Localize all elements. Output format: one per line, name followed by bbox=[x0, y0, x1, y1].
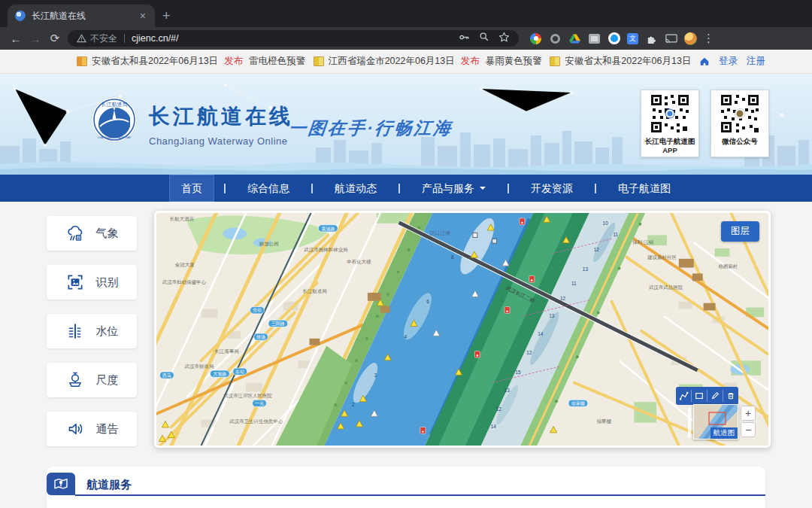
svg-text:徐家棚: 徐家棚 bbox=[597, 418, 611, 424]
ship-icon bbox=[65, 370, 85, 390]
map-layers-button[interactable]: 图层 bbox=[721, 221, 759, 242]
sidebar-item-recognition[interactable]: 识别 bbox=[47, 265, 137, 300]
colorwheel-extension-icon[interactable] bbox=[529, 32, 542, 45]
reload-button[interactable]: ⟳ bbox=[45, 32, 65, 45]
drive-extension-icon[interactable] bbox=[568, 32, 581, 45]
bottom-section: 航道服务 bbox=[0, 459, 812, 508]
nav-separator bbox=[398, 184, 400, 193]
alert-warning: 雷电橙色预警 bbox=[249, 55, 305, 68]
zoom-out-button[interactable]: − bbox=[741, 422, 756, 437]
translate-extension-icon[interactable]: 文 bbox=[627, 33, 638, 44]
sidebar-label: 通告 bbox=[96, 422, 119, 437]
close-tab-icon[interactable]: × bbox=[138, 10, 147, 22]
not-secure-icon bbox=[77, 34, 86, 43]
alert-item[interactable]: 安徽省太和县2022年06月13日 bbox=[550, 55, 691, 68]
bird-extension-icon[interactable] bbox=[607, 32, 620, 45]
svg-text:解放公园: 解放公园 bbox=[259, 241, 279, 247]
svg-text:14: 14 bbox=[491, 424, 497, 429]
map-draw-toolbar bbox=[676, 387, 738, 405]
alert-item[interactable]: 江西省瑞金市2022年06月13日 发布 暴雨黄色预警 bbox=[314, 55, 542, 68]
bookmark-star-icon[interactable] bbox=[498, 32, 510, 46]
svg-text:武汉市江岸区人民医院: 武汉市江岸区人民医院 bbox=[223, 393, 272, 399]
sidebar-item-ship-scale[interactable]: 尺度 bbox=[47, 363, 137, 397]
site-header-banner: 长江航道局 CHANGJIANG WATERWAY 长江航道在线 ChangJi… bbox=[0, 74, 812, 175]
screenshot-extension-icon[interactable] bbox=[588, 32, 601, 45]
svg-text:大智路: 大智路 bbox=[213, 371, 226, 376]
warning-notice-icon bbox=[77, 56, 87, 66]
browser-toolbar: ← → ⟳ 不安全 cjienc.cn/#/ bbox=[0, 27, 812, 50]
svg-text:4: 4 bbox=[404, 334, 408, 339]
site-logo: 长江航道局 CHANGJIANG WATERWAY bbox=[91, 96, 138, 143]
svg-text:13: 13 bbox=[583, 266, 589, 272]
nav-enc-chart[interactable]: 电子航道图 bbox=[606, 175, 683, 202]
main-navigation: 首页 综合信息 航道动态 产品与服务 开发资源 电子航道图 bbox=[0, 175, 812, 202]
draw-pencil-icon[interactable] bbox=[707, 387, 723, 405]
nav-waterway-news[interactable]: 航道动态 bbox=[323, 175, 389, 202]
services-tab[interactable] bbox=[47, 473, 75, 495]
svg-text:长江海事局: 长江海事局 bbox=[214, 348, 238, 354]
svg-text:11: 11 bbox=[571, 281, 577, 286]
minimap[interactable]: 航道图 bbox=[693, 404, 738, 440]
zoom-in-button[interactable]: + bbox=[741, 406, 756, 421]
sidebar-item-weather[interactable]: 气象 bbox=[47, 216, 137, 251]
alert-item[interactable]: 安徽省太和县2022年06月13日 发布 雷电橙色预警 bbox=[77, 55, 305, 68]
qr-caption-2: APP bbox=[641, 146, 698, 155]
nav-separator bbox=[595, 184, 596, 193]
svg-text:西马: 西马 bbox=[162, 373, 171, 379]
alert-region: 江西省瑞金市2022年06月13日 bbox=[329, 55, 455, 68]
nav-comprehensive-info[interactable]: 综合信息 bbox=[235, 175, 301, 202]
water-level-gauge-icon bbox=[65, 321, 85, 341]
home-icon[interactable] bbox=[699, 56, 710, 66]
nav-dev-resources[interactable]: 开发资源 bbox=[519, 175, 585, 202]
map-zoom-controls: + − bbox=[741, 406, 756, 437]
warning-notice-icon bbox=[314, 56, 324, 66]
login-link[interactable]: 登录 bbox=[719, 55, 738, 68]
waterway-map[interactable]: 10 11 12 13 11 12 13 14 12 15 13 12 14 8… bbox=[154, 211, 771, 448]
svg-text:13: 13 bbox=[549, 313, 555, 318]
svg-text:13: 13 bbox=[504, 388, 511, 393]
speaker-icon bbox=[65, 419, 85, 439]
minimap-zoom-slider[interactable] bbox=[688, 408, 691, 438]
svg-text:劳动: 劳动 bbox=[253, 308, 262, 312]
services-underline bbox=[75, 494, 765, 496]
password-key-icon[interactable] bbox=[459, 32, 470, 46]
ring-extension-icon[interactable] bbox=[549, 32, 562, 45]
browser-menu-icon[interactable]: ⋮ bbox=[703, 32, 714, 45]
cast-icon[interactable] bbox=[665, 32, 677, 45]
svg-text:12: 12 bbox=[594, 247, 600, 252]
forward-button[interactable]: → bbox=[26, 32, 45, 45]
qr-code-wechat: 微信公众号 bbox=[710, 90, 769, 157]
site-favicon bbox=[15, 11, 26, 21]
site-slogan: 一图在手·行畅江海 bbox=[287, 117, 454, 140]
svg-text:10: 10 bbox=[603, 221, 609, 226]
address-bar[interactable]: 不安全 cjienc.cn/#/ bbox=[68, 30, 519, 47]
tab-bar: 长江航道在线 × + bbox=[0, 0, 812, 27]
warning-notice-icon bbox=[550, 56, 560, 66]
new-tab-button[interactable]: + bbox=[162, 8, 171, 24]
svg-text:武汉市园林和林业局: 武汉市园林和林业局 bbox=[304, 247, 348, 253]
qr-image bbox=[720, 93, 760, 134]
sidebar-item-water-level[interactable]: 水位 bbox=[47, 314, 137, 348]
auth-links: 登录 注册 bbox=[699, 55, 765, 68]
draw-rectangle-icon[interactable] bbox=[692, 387, 707, 405]
delete-trash-icon[interactable] bbox=[723, 387, 738, 405]
svg-text:徐家棚: 徐家棚 bbox=[571, 400, 585, 406]
back-button[interactable]: ← bbox=[6, 32, 26, 45]
svg-text:车站: 车站 bbox=[235, 370, 244, 374]
svg-text:6: 6 bbox=[426, 299, 429, 304]
alert-action: 发布 bbox=[224, 55, 243, 68]
zoom-page-icon[interactable] bbox=[479, 32, 489, 45]
alert-action: 发布 bbox=[461, 55, 480, 68]
sidebar-item-notices[interactable]: 通告 bbox=[47, 412, 137, 446]
profile-avatar[interactable] bbox=[684, 32, 697, 45]
map-canvas[interactable]: 10 11 12 13 11 12 13 14 12 15 13 12 14 8… bbox=[156, 213, 768, 446]
puzzle-extensions-icon[interactable] bbox=[645, 32, 658, 45]
nav-home[interactable]: 首页 bbox=[169, 175, 214, 202]
measure-distance-icon[interactable] bbox=[676, 387, 691, 405]
browser-tab[interactable]: 长江航道在线 × bbox=[8, 5, 155, 27]
nav-products-services[interactable]: 产品与服务 bbox=[410, 175, 498, 202]
svg-text:武汉市武昌医院: 武汉市武昌医院 bbox=[648, 284, 683, 291]
register-link[interactable]: 注册 bbox=[747, 55, 765, 68]
site-title: 长江航道在线 bbox=[149, 102, 293, 131]
minimap-type-badge[interactable]: 航道图 bbox=[710, 427, 738, 439]
